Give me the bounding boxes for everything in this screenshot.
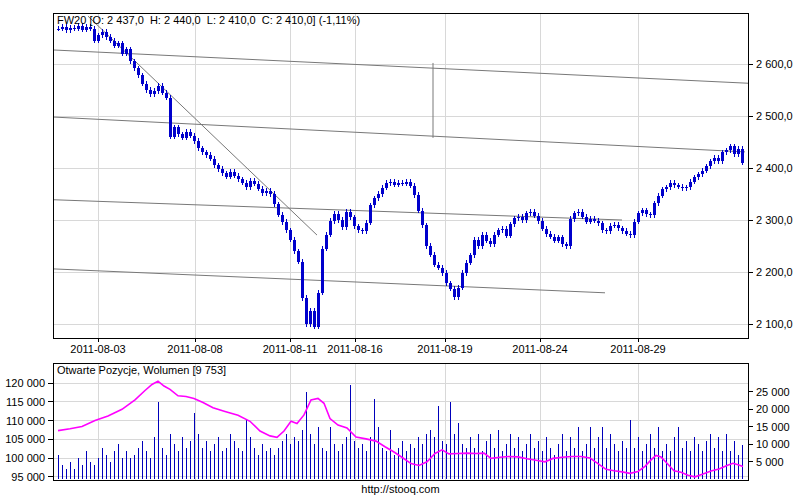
volume-bar [314,444,316,479]
volume-bar [506,444,508,479]
price-bar-body [81,26,84,30]
price-bar-body [321,249,324,293]
volume-bar [522,451,524,479]
price-bar-body [273,194,276,204]
volume-bar [302,430,304,479]
price-bar-body [477,240,480,246]
volume-bar [126,451,128,479]
price-bar-body [357,226,360,230]
volume-bar [278,448,280,480]
volume-bar [258,455,260,480]
volume-bar [442,441,444,480]
price-bar-body [345,212,348,228]
volume-bar [102,448,104,480]
volume-bar [514,448,516,480]
price-bar-body [225,173,228,177]
price-bar-body [65,27,68,31]
volume-bar [194,413,196,480]
price-bar-body [85,27,88,30]
volume-bar [598,437,600,479]
footer-url: http://stooq.com [53,484,748,495]
date-label: 2011-08-29 [610,343,665,355]
volume-bar [686,441,688,480]
price-bar-body [205,152,208,155]
volume-bar [606,448,608,480]
volume-bar [498,430,500,479]
volume-bar [690,451,692,479]
volume-bar [390,430,392,479]
volume-bar [178,451,180,479]
price-bar-body [581,212,584,217]
price-bar-body [469,255,472,262]
price-bar-body [185,132,188,138]
volume-bar [450,402,452,479]
volume-bar [574,448,576,480]
volume-bar [158,402,160,479]
trendline-channel-upper [53,50,748,83]
price-bar-body [161,86,164,93]
price-bar-body [441,268,444,273]
price-y-label: 2 100,0 [756,318,793,330]
volume-bar [502,451,504,479]
price-bar-body [365,223,368,232]
price-bar-body [541,221,544,229]
volume-bar [462,444,464,479]
volume-bar [654,448,656,480]
volume-bar [98,458,100,479]
price-bar-body [585,217,588,222]
price-bar-body [257,184,260,189]
stooq-chart: 2 600,02 500,02 400,02 300,02 200,02 100… [0,0,800,500]
price-bar-body [565,244,568,246]
price-bar-body [641,210,644,213]
price-bar-body [261,189,264,193]
price-bar-body [165,93,168,98]
price-bar-body [289,230,292,239]
volume-bar [402,441,404,480]
price-bar-body [317,293,320,327]
price-bar-body [637,213,640,221]
price-bar-body [697,174,700,177]
price-bar-body [689,182,692,188]
trendline-channel-mid [53,117,745,152]
price-bar-body [57,29,60,30]
price-bar-body [349,212,352,218]
price-bar-body [181,134,184,138]
volume-bar [106,455,108,480]
price-bar-body [601,223,604,230]
price-bar-body [413,186,416,195]
price-panel-border [54,14,749,339]
price-bar-body [73,28,76,29]
volume-bar [270,448,272,480]
open-interest-line [58,381,743,477]
volume-bar [738,455,740,480]
volume-bar [422,444,424,479]
price-bar-body [457,288,460,297]
volume-bar [646,444,648,479]
volume-bar [562,434,564,480]
volume-bar [630,420,632,480]
volume-bar [650,434,652,480]
oi-axis-label: 120 000 [5,377,45,389]
volume-bar [274,455,276,480]
volume-bar [70,462,72,480]
volume-bar [354,441,356,480]
price-bar-body [433,255,436,265]
price-bar-body [461,273,464,288]
price-bar-body [537,216,540,221]
price-bar-body [493,235,496,245]
volume-bar [586,444,588,479]
volume-bar [534,448,536,480]
price-bar-body [653,203,656,215]
volume-bar [662,451,664,479]
price-bar-body [685,187,688,188]
volume-bar [214,444,216,479]
volume-bar [86,451,88,479]
volume-bar [266,451,268,479]
price-bar-body [101,32,104,36]
price-bar-body [201,148,204,152]
volume-bar [110,462,112,480]
volume-bar [674,437,676,479]
oi-axis-label: 105 000 [5,433,45,445]
volume-bar [466,448,468,480]
price-bar-body [381,188,384,194]
